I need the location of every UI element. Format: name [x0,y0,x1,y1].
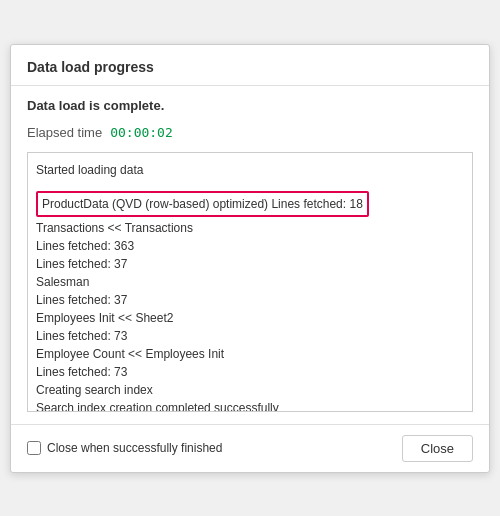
close-button[interactable]: Close [402,435,473,462]
log-highlighted-block: ProductData (QVD (row-based) optimized) … [36,191,369,217]
log-item: Employees Init << Sheet2 [36,309,464,327]
log-entries: Transactions << TransactionsLines fetche… [36,219,464,412]
dialog-footer: Close when successfully finished Close [11,424,489,472]
log-item: Employee Count << Employees Init [36,345,464,363]
status-complete: Data load is complete. [27,98,473,113]
checkbox-row: Close when successfully finished [27,441,222,455]
log-item: Lines fetched: 73 [36,363,464,381]
log-container[interactable]: Started loading data ProductData (QVD (r… [27,152,473,412]
data-load-dialog: Data load progress Data load is complete… [10,44,490,473]
log-item: Search index creation completed successf… [36,399,464,412]
elapsed-value: 00:00:02 [110,125,173,140]
log-started: Started loading data [36,161,464,179]
log-item: Salesman [36,273,464,291]
log-item: Lines fetched: 363 [36,237,464,255]
log-item: Creating search index [36,381,464,399]
dialog-title: Data load progress [27,59,154,75]
elapsed-label: Elapsed time [27,125,102,140]
log-item: Transactions << Transactions [36,219,464,237]
log-item: Lines fetched: 37 [36,291,464,309]
close-checkbox[interactable] [27,441,41,455]
elapsed-row: Elapsed time 00:00:02 [27,125,473,140]
log-item: Lines fetched: 73 [36,327,464,345]
close-checkbox-label: Close when successfully finished [47,441,222,455]
dialog-body: Data load is complete. Elapsed time 00:0… [11,86,489,424]
dialog-header: Data load progress [11,45,489,86]
log-item: Lines fetched: 37 [36,255,464,273]
